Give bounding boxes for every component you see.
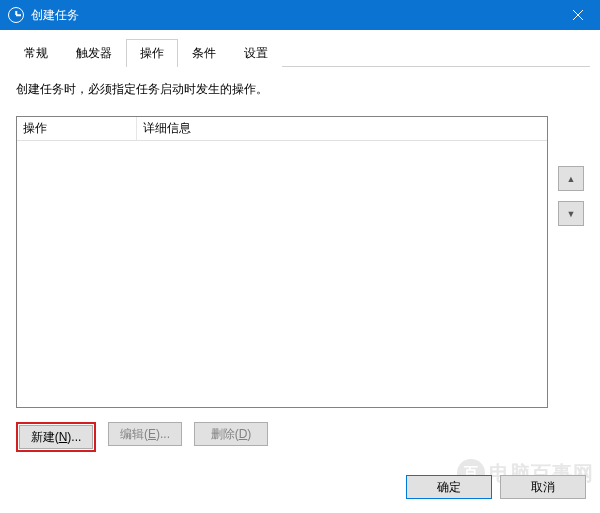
dialog-footer: 确定 取消 (406, 475, 586, 499)
delete-button[interactable]: 删除(D) (194, 422, 268, 446)
close-icon (573, 10, 583, 20)
tab-actions[interactable]: 操作 (126, 39, 178, 67)
main-area: 操作 详细信息 ▲ ▼ (10, 116, 590, 408)
move-up-button[interactable]: ▲ (558, 166, 584, 191)
close-button[interactable] (555, 0, 600, 30)
window-title: 创建任务 (31, 7, 555, 24)
reorder-buttons: ▲ ▼ (558, 116, 584, 408)
dialog-content: 常规 触发器 操作 条件 设置 创建任务时，必须指定任务启动时发生的操作。 操作… (0, 30, 600, 462)
col-details[interactable]: 详细信息 (137, 117, 197, 140)
tab-general[interactable]: 常规 (10, 39, 62, 67)
tab-bar: 常规 触发器 操作 条件 设置 (10, 38, 590, 67)
chevron-down-icon: ▼ (567, 209, 576, 219)
col-action[interactable]: 操作 (17, 117, 137, 140)
tab-triggers[interactable]: 触发器 (62, 39, 126, 67)
cancel-button[interactable]: 取消 (500, 475, 586, 499)
action-buttons-row: 新建(N)... 编辑(E)... 删除(D) (16, 422, 584, 452)
chevron-up-icon: ▲ (567, 174, 576, 184)
highlight-box: 新建(N)... (16, 422, 96, 452)
description-text: 创建任务时，必须指定任务启动时发生的操作。 (16, 81, 584, 98)
actions-table[interactable]: 操作 详细信息 (16, 116, 548, 408)
ok-button[interactable]: 确定 (406, 475, 492, 499)
title-bar: 创建任务 (0, 0, 600, 30)
clock-icon (8, 7, 24, 23)
move-down-button[interactable]: ▼ (558, 201, 584, 226)
edit-button[interactable]: 编辑(E)... (108, 422, 182, 446)
table-header: 操作 详细信息 (17, 117, 547, 141)
tab-settings[interactable]: 设置 (230, 39, 282, 67)
new-button[interactable]: 新建(N)... (19, 425, 93, 449)
tab-conditions[interactable]: 条件 (178, 39, 230, 67)
